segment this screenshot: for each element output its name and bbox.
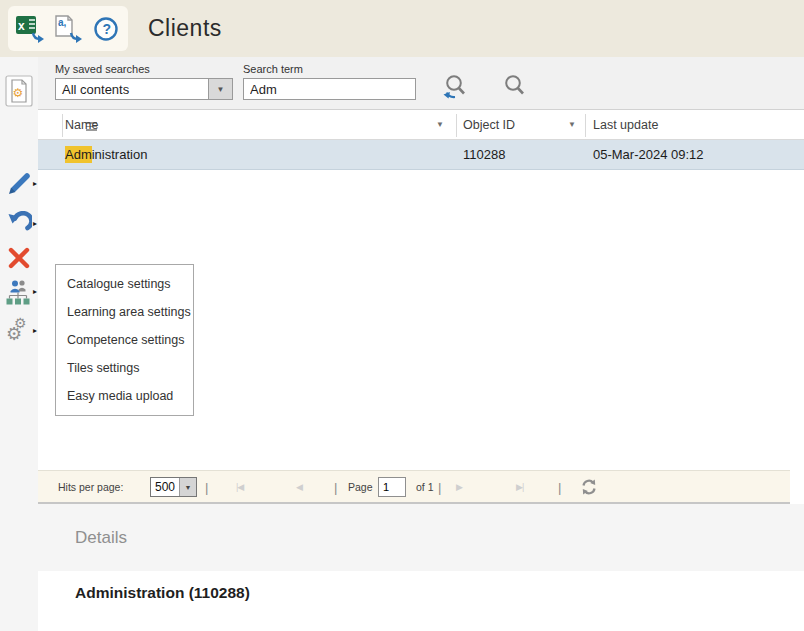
column-header-last-update[interactable]: Last update bbox=[593, 118, 658, 132]
column-header-name[interactable]: Name bbox=[65, 118, 98, 132]
list-export-icon[interactable]: a, bbox=[51, 13, 85, 45]
cell-name: Administration bbox=[65, 147, 147, 162]
table-row[interactable]: Administration 110288 05-Mar-2024 09:12 bbox=[38, 140, 804, 170]
hits-per-page-dropdown[interactable]: 500 ▼ bbox=[150, 477, 197, 497]
table-header: Name ▼ Object ID ▼ Last update bbox=[38, 111, 804, 140]
page-title: Clients bbox=[148, 0, 222, 57]
delete-icon[interactable] bbox=[0, 245, 38, 271]
refresh-icon[interactable] bbox=[581, 471, 597, 503]
top-bar: x a, ? bbox=[0, 0, 804, 57]
next-page-icon[interactable]: ▶ bbox=[456, 471, 462, 503]
svg-text:⚙: ⚙ bbox=[13, 86, 24, 100]
prev-page-icon[interactable]: ◀ bbox=[296, 471, 302, 503]
org-submenu-arrow[interactable]: ▸ bbox=[33, 288, 37, 296]
hits-per-page-value: 500 bbox=[151, 478, 179, 496]
edit-pencil-icon[interactable]: ▸ bbox=[0, 170, 38, 198]
export-toolbar: x a, ? bbox=[8, 6, 128, 51]
cell-object-id: 110288 bbox=[463, 147, 505, 162]
saved-searches-dropdown[interactable]: All contents ▼ bbox=[55, 78, 233, 100]
menu-item-catalogue-settings[interactable]: Catalogue settings bbox=[56, 270, 193, 298]
new-document-icon[interactable]: ⚙ bbox=[0, 74, 38, 108]
help-icon[interactable]: ? bbox=[90, 13, 124, 45]
search-match-highlight: Adm bbox=[65, 146, 92, 163]
menu-item-easy-media-upload[interactable]: Easy media upload bbox=[56, 382, 193, 410]
svg-text:a,: a, bbox=[58, 17, 67, 28]
excel-export-icon[interactable]: x bbox=[13, 13, 47, 45]
org-structure-icon[interactable]: ▸ bbox=[0, 278, 38, 306]
saved-searches-dropdown-arrow-icon[interactable]: ▼ bbox=[208, 79, 232, 99]
first-page-icon[interactable]: |◀ bbox=[236, 471, 243, 503]
details-section: Details bbox=[0, 504, 804, 571]
last-page-icon[interactable]: ▶| bbox=[516, 471, 523, 503]
column-header-object-id[interactable]: Object ID bbox=[463, 118, 515, 132]
clients-window: x a, ? bbox=[0, 0, 804, 631]
search-term-label: Search term bbox=[243, 63, 303, 75]
undo-submenu-arrow[interactable]: ▸ bbox=[33, 220, 37, 228]
cell-last-update: 05-Mar-2024 09:12 bbox=[593, 147, 704, 162]
search-term-input[interactable] bbox=[243, 78, 416, 100]
svg-text:?: ? bbox=[102, 21, 111, 37]
saved-searches-label: My saved searches bbox=[55, 63, 150, 75]
search-panel: My saved searches All contents ▼ Search … bbox=[38, 57, 804, 110]
search-icon[interactable] bbox=[501, 73, 529, 103]
undo-icon[interactable]: ▸ bbox=[0, 210, 38, 238]
details-heading: Administration (110288) bbox=[75, 584, 250, 602]
details-section-title: Details bbox=[75, 528, 127, 548]
menu-item-competence-settings[interactable]: Competence settings bbox=[56, 326, 193, 354]
settings-context-menu: Catalogue settings Learning area setting… bbox=[55, 264, 194, 416]
name-filter-icon[interactable]: ▼ bbox=[436, 120, 444, 129]
settings-submenu-arrow[interactable]: ▸ bbox=[33, 327, 37, 335]
page-total-label: of 1 bbox=[416, 471, 434, 503]
edit-submenu-arrow[interactable]: ▸ bbox=[33, 180, 37, 188]
page-label: Page bbox=[348, 471, 373, 503]
saved-searches-value: All contents bbox=[56, 79, 208, 99]
pagination-bar: Hits per page: 500 ▼ | |◀ ◀ | Page of 1 … bbox=[38, 470, 790, 502]
object-id-filter-icon[interactable]: ▼ bbox=[568, 120, 576, 129]
menu-item-learning-area-settings[interactable]: Learning area settings bbox=[56, 298, 193, 326]
settings-gears-icon[interactable]: ⚙ ⚙ ▸ bbox=[0, 316, 38, 346]
details-card: Administration (110288) bbox=[52, 571, 804, 631]
search-again-icon[interactable] bbox=[441, 73, 471, 103]
hits-dropdown-arrow-icon[interactable]: ▼ bbox=[179, 478, 196, 496]
page-number-input[interactable] bbox=[378, 477, 406, 497]
menu-item-tiles-settings[interactable]: Tiles settings bbox=[56, 354, 193, 382]
hits-per-page-label: Hits per page: bbox=[58, 471, 123, 503]
svg-text:x: x bbox=[18, 19, 25, 33]
